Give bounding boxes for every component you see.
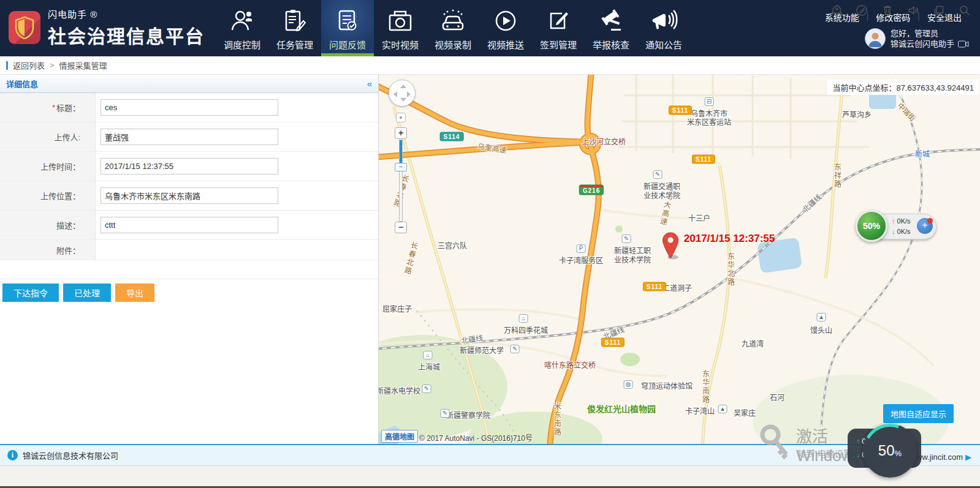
- map-label: 东华南路: [701, 370, 711, 404]
- main-nav: 调度控制任务管理问题反馈实时视频视频录制视频推送签到管理举报核查通知公告: [216, 0, 690, 56]
- nav-item-2[interactable]: 任务管理: [268, 0, 321, 56]
- breadcrumb: 返回列表 > 情报采集管理: [0, 56, 980, 75]
- window-icon[interactable]: [932, 4, 946, 17]
- screenshot-icon[interactable]: [855, 4, 868, 17]
- pan-left-icon[interactable]: [393, 91, 397, 97]
- map-label: 新疆警察学院: [446, 410, 490, 420]
- nav-item-8[interactable]: 举报核查: [585, 0, 637, 56]
- school-icon: ✎: [653, 170, 663, 179]
- windows-activation-watermark: 激活 Windows 转到“电脑设置”以激活 Windows。: [758, 424, 790, 465]
- mountain-icon: ▲: [817, 313, 826, 321]
- map-fit-button[interactable]: 地图自适应显示: [883, 404, 954, 423]
- field-label: 上传人:: [0, 122, 96, 151]
- avatar: [865, 28, 886, 49]
- zoom-out-button[interactable]: −: [395, 222, 407, 233]
- nav-item-7[interactable]: 签到管理: [532, 0, 585, 56]
- feedback-icon: [335, 7, 360, 34]
- nav-item-1[interactable]: 调度控制: [216, 0, 268, 56]
- expand-arrow-icon[interactable]: ▶: [965, 452, 971, 462]
- pan-down-icon[interactable]: [400, 98, 406, 102]
- home-icon: ⌂: [424, 351, 433, 359]
- download-arrow-icon: ↓: [856, 451, 860, 459]
- map-label: 穹顶运动体验馆: [641, 380, 693, 391]
- field-value: [96, 152, 378, 181]
- road-badge: S111: [692, 155, 715, 164]
- action-button-2[interactable]: 已处理: [63, 283, 111, 302]
- nav-item-5[interactable]: 视频录制: [427, 0, 479, 56]
- field-input-4[interactable]: [101, 187, 278, 204]
- percent-number: 50: [878, 442, 895, 459]
- user-box[interactable]: 您好，管理员 锦诚云创闪电助手: [865, 28, 969, 49]
- map-center-coords: 当前中心点坐标：87.637633,43.924491: [827, 80, 979, 95]
- map-label: 新疆水电学校: [379, 385, 420, 396]
- nav-item-6[interactable]: 视频推送: [479, 0, 532, 56]
- nav-item-9[interactable]: 通知公告: [637, 0, 690, 56]
- nav-item-label: 签到管理: [540, 38, 577, 51]
- pan-up-icon[interactable]: [400, 84, 406, 88]
- map-label: 东华北路: [726, 252, 736, 287]
- map-reset-button[interactable]: [396, 113, 406, 122]
- search-icon[interactable]: [958, 4, 971, 17]
- detail-form: *标题：上传人:上传时间：上传位置：描述：附件：: [0, 93, 378, 260]
- percent-sign: %: [895, 449, 902, 458]
- field-value: [96, 93, 378, 122]
- map-label: 新城: [915, 148, 930, 159]
- nav-item-label: 通知公告: [645, 38, 682, 51]
- form-row: 上传人:: [0, 122, 378, 152]
- road-badge: S111: [669, 106, 692, 115]
- map-pan-control[interactable]: [389, 80, 416, 107]
- upload-arrow-icon: ↑: [856, 437, 860, 446]
- action-button-3[interactable]: 导出: [115, 283, 154, 302]
- info-icon: i: [7, 450, 18, 460]
- rocket-icon[interactable]: [829, 4, 843, 17]
- field-value: [96, 122, 378, 151]
- trash-icon[interactable]: [881, 4, 894, 17]
- user-greeting: 您好，管理员 锦诚云创闪电助手: [891, 28, 969, 49]
- pan-right-icon[interactable]: [407, 91, 411, 97]
- school-icon: ✎: [622, 235, 631, 243]
- camera-icon: [958, 40, 969, 48]
- breadcrumb-back-link[interactable]: 返回列表: [13, 59, 45, 71]
- download-arrow-icon: ↓: [892, 228, 895, 235]
- field-input-2[interactable]: [101, 129, 278, 145]
- map-label: 上沙河立交桥: [582, 136, 626, 146]
- map-label: 石河: [770, 392, 784, 402]
- nav-item-4[interactable]: 实时视频: [374, 0, 427, 56]
- key-icon: [758, 424, 790, 463]
- nav-item-3[interactable]: 问题反馈: [321, 0, 374, 56]
- volume-icon[interactable]: [906, 4, 920, 17]
- zoom-in-button[interactable]: +: [395, 127, 407, 139]
- school-icon: ✎: [422, 385, 431, 393]
- field-input-5[interactable]: [101, 217, 278, 233]
- task-icon: [283, 7, 307, 34]
- accelerator-ball[interactable]: 50%: [856, 210, 887, 242]
- parking-icon: P: [577, 244, 586, 253]
- accelerator-ball-dark[interactable]: 50 %: [863, 424, 917, 478]
- field-input-3[interactable]: [101, 158, 278, 175]
- breadcrumb-separator: >: [50, 61, 55, 70]
- field-value: [96, 240, 378, 260]
- map-label: 米东区客运站: [687, 116, 731, 127]
- bus-icon: ⊟: [705, 97, 714, 106]
- map-label: 业技术学院: [614, 254, 651, 265]
- map-label: 芦草沟乡: [842, 109, 872, 119]
- map-marker-pin[interactable]: [661, 231, 680, 260]
- map-canvas[interactable]: S114G216S111S111S111S111芦草沟乡中瑞街新城乌鲁木齐市米东…: [379, 75, 980, 444]
- zoom-slider-track[interactable]: [399, 140, 403, 222]
- map-label: 上海城: [418, 361, 440, 372]
- map-label: 东祥路: [832, 163, 843, 189]
- breadcrumb-accent-bar: [6, 61, 8, 70]
- map-label: 吴家庄: [734, 407, 756, 418]
- field-input-1[interactable]: [101, 99, 278, 116]
- required-asterisk: *: [52, 103, 55, 112]
- form-row: *标题：: [0, 93, 378, 122]
- field-label: *标题：: [0, 93, 96, 122]
- collapse-panel-icon[interactable]: «: [367, 78, 372, 89]
- signin-icon: [546, 7, 571, 34]
- action-button-1[interactable]: 下达指令: [2, 283, 59, 302]
- map-label: 十三户: [688, 212, 710, 223]
- form-row: 附件：: [0, 240, 378, 260]
- report-icon: [598, 7, 625, 34]
- add-button[interactable]: +: [917, 218, 933, 234]
- zoom-slider-handle[interactable]: −: [395, 163, 407, 171]
